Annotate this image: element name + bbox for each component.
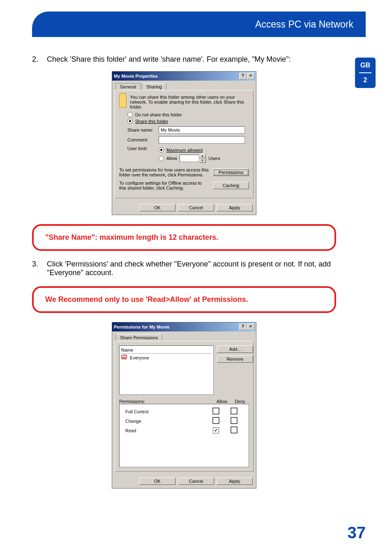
step-2-number: 2. — [32, 55, 47, 64]
checkbox-read-allow[interactable] — [213, 427, 219, 433]
permissions-table: Full Control Change Read — [119, 404, 249, 467]
users-suffix: Users — [208, 156, 220, 161]
opt-share-folder[interactable]: Share this folder — [127, 118, 249, 124]
step-2-text: Check 'Share this folder' and write 'sha… — [47, 55, 291, 64]
page-header: Access PC via Network — [32, 12, 366, 37]
properties-titlebar: My Movie Properties ? × — [112, 72, 256, 81]
list-item[interactable]: Everyone — [121, 354, 212, 360]
allow-header: Allow — [213, 399, 231, 404]
callout-share-name: "Share Name": maximum length is 12 chara… — [32, 224, 336, 251]
permissions-label: Permissions: — [119, 399, 213, 404]
radio-selected-icon — [159, 147, 164, 153]
share-name-input[interactable] — [159, 126, 245, 134]
opt-max-allowed[interactable]: Maximum allowed — [159, 147, 220, 153]
comment-input[interactable] — [159, 136, 245, 144]
step-3-text: Click 'Permissions' and check whether "E… — [47, 260, 336, 277]
page-number: 37 — [348, 524, 366, 542]
opt-allow-n[interactable]: Allow ▴ ▾ Users — [159, 154, 220, 163]
close-button[interactable]: × — [247, 73, 254, 79]
checkbox-change-allow[interactable] — [212, 417, 219, 424]
radio-unselected-icon — [159, 156, 164, 161]
opt-allow-label: Allow — [166, 156, 177, 161]
tab-general[interactable]: General — [115, 83, 141, 90]
radio-selected-icon — [127, 118, 133, 124]
perm-full-control: Full Control — [125, 409, 207, 414]
callout-read-allow: We Recommend only to use 'Read>Allow' at… — [32, 286, 336, 313]
tab-sharing[interactable]: Sharing — [142, 83, 166, 90]
list-item-label: Everyone — [130, 355, 149, 360]
sharing-tab-body: You can share this folder among other us… — [115, 90, 254, 198]
properties-title: My Movie Properties — [114, 74, 158, 79]
group-icon — [121, 354, 127, 359]
permissions-dialog: Permissions for My Movie ? × Share Permi… — [112, 322, 256, 489]
add-button[interactable]: Add... — [217, 345, 253, 353]
permissions-tab-body: Name Everyone Add... Remove Permissions:… — [115, 341, 254, 472]
opt-no-share-label: Do not share this folder — [135, 112, 182, 117]
permissions-titlebar: Permissions for My Movie ? × — [112, 322, 256, 331]
close-button[interactable]: × — [247, 324, 254, 330]
accounts-listbox[interactable]: Name Everyone — [119, 345, 214, 395]
opt-share-label: Share this folder — [135, 119, 168, 124]
side-tab: GB 2 — [355, 58, 376, 88]
caching-button[interactable]: Caching — [213, 182, 249, 189]
opt-max-label: Maximum allowed — [166, 148, 203, 153]
table-row: Read — [122, 426, 246, 435]
table-row: Change — [122, 416, 246, 426]
cancel-button[interactable]: Cancel — [178, 477, 214, 485]
spinner-down[interactable]: ▾ — [199, 158, 206, 163]
help-button[interactable]: ? — [239, 324, 247, 330]
opt-do-not-share[interactable]: Do not share this folder — [127, 112, 249, 117]
header-title: Access PC via Network — [32, 12, 366, 30]
side-tab-divider — [359, 72, 371, 73]
help-button[interactable]: ? — [239, 73, 247, 79]
sharing-intro-text: You can share this folder among other us… — [130, 95, 249, 109]
permissions-text: To set permissions for how users access … — [119, 167, 209, 177]
user-limit-label: User limit: — [127, 146, 155, 151]
step-3-number: 3. — [32, 260, 47, 277]
checkbox-full-allow[interactable] — [212, 408, 219, 415]
name-column-header: Name — [121, 348, 212, 354]
checkbox-full-deny[interactable] — [231, 408, 238, 415]
checkbox-read-deny[interactable] — [231, 426, 238, 433]
folder-icon — [119, 95, 127, 108]
ok-button[interactable]: OK — [139, 477, 175, 485]
radio-unselected-icon — [127, 112, 133, 117]
apply-button[interactable]: Apply — [217, 477, 253, 485]
table-row: Full Control — [122, 407, 246, 416]
tab-share-permissions[interactable]: Share Permissions — [115, 334, 162, 341]
share-name-label: Share name: — [127, 127, 155, 132]
side-tab-lang: GB — [355, 62, 376, 69]
permissions-button[interactable]: Permissions — [213, 169, 249, 176]
perm-read: Read — [125, 428, 207, 433]
checkbox-change-deny[interactable] — [231, 417, 238, 424]
remove-button[interactable]: Remove — [217, 355, 253, 363]
comment-label: Comment: — [127, 137, 155, 142]
permissions-tabstrip: Share Permissions — [112, 331, 256, 341]
deny-header: Deny — [231, 399, 249, 404]
tabstrip: General Sharing — [112, 81, 256, 90]
content-area: 2. Check 'Share this folder' and write '… — [32, 49, 336, 489]
ok-button[interactable]: OK — [139, 204, 175, 211]
permissions-title: Permissions for My Movie — [114, 324, 170, 329]
step-3: 3. Click 'Permissions' and check whether… — [32, 260, 336, 277]
perm-change: Change — [125, 419, 207, 424]
apply-button[interactable]: Apply — [217, 204, 253, 211]
properties-dialog: My Movie Properties ? × General Sharing … — [112, 71, 256, 215]
cancel-button[interactable]: Cancel — [178, 204, 214, 211]
allow-count-input[interactable] — [180, 155, 199, 162]
spinner-up[interactable]: ▴ — [199, 154, 206, 158]
step-2: 2. Check 'Share this folder' and write '… — [32, 55, 336, 64]
side-tab-section: 2 — [355, 76, 376, 84]
caching-text: To configure settings for Offline access… — [119, 181, 209, 190]
